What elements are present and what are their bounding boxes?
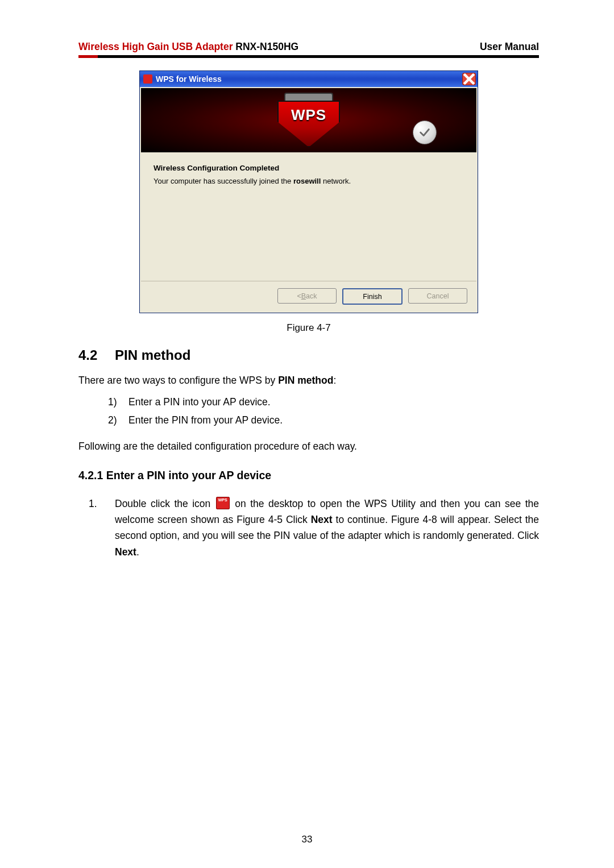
methods-list: 1)Enter a PIN into your AP device. 2)Ent…: [108, 393, 539, 429]
cancel-button: Cancel: [408, 288, 467, 304]
intro-pre: There are two ways to configure the WPS …: [78, 375, 278, 386]
dialog-banner: WPS: [141, 88, 476, 152]
step-t4: .: [136, 546, 139, 558]
step-text: Double click the icon on the desktop to …: [115, 496, 539, 560]
dialog-content: Wireless Configuration Completed Your co…: [140, 153, 478, 281]
list-item: 1)Enter a PIN into your AP device.: [108, 393, 539, 412]
header-underline: [78, 55, 539, 58]
app-icon: [143, 74, 152, 84]
intro-paragraph: There are two ways to configure the WPS …: [78, 373, 539, 388]
step-number: 1.: [78, 496, 115, 560]
finish-button[interactable]: Finish: [342, 288, 403, 305]
step-t1: Double click the icon: [115, 498, 215, 509]
msg-post: network.: [321, 177, 351, 185]
header-right: User Manual: [480, 41, 539, 53]
completion-heading: Wireless Configuration Completed: [154, 164, 464, 172]
list-text: Enter the PIN from your AP device.: [128, 412, 283, 430]
wps-dialog: WPS for Wireless WPS Wireless Configurat…: [139, 70, 478, 313]
msg-pre: Your computer has successfully joined th…: [154, 177, 293, 185]
list-text: Enter a PIN into your AP device.: [128, 393, 271, 412]
list-num: 2): [108, 412, 128, 430]
dialog-titlebar: WPS for Wireless: [140, 71, 478, 87]
page-number: 33: [0, 834, 614, 845]
shield-text: WPS: [291, 106, 326, 124]
list-item: 2)Enter the PIN from your AP device.: [108, 412, 539, 430]
product-model: RNX-N150HG: [233, 41, 298, 52]
close-icon: [463, 73, 475, 85]
header-product: Wireless High Gain USB Adapter RNX-N150H…: [78, 41, 298, 53]
intro-bold: PIN method: [278, 375, 333, 386]
checkmark-ball-icon: [413, 121, 437, 144]
step-next-1: Next: [311, 514, 333, 525]
figure-caption: Figure 4-7: [78, 322, 539, 334]
dialog-title: WPS for Wireless: [156, 74, 222, 84]
wps-desktop-icon: [216, 497, 230, 509]
wps-shield-icon: WPS: [277, 93, 340, 147]
list-num: 1): [108, 393, 128, 412]
section-4-2-heading: 4.2PIN method: [78, 347, 539, 363]
dialog-button-row: < Back Finish Cancel: [140, 281, 478, 313]
section-title: PIN method: [115, 347, 190, 363]
step-1: 1. Double click the icon on the desktop …: [78, 496, 539, 560]
network-name: rosewill: [293, 177, 321, 185]
step-next-2: Next: [115, 546, 136, 558]
following-paragraph: Following are the detailed configuration…: [78, 439, 539, 454]
close-button[interactable]: [462, 73, 476, 85]
section-4-2-1-heading: 4.2.1 Enter a PIN into your AP device: [78, 469, 539, 482]
section-number: 4.2: [78, 347, 115, 363]
intro-post: :: [333, 375, 336, 386]
back-button: < Back: [277, 288, 337, 304]
page-header: Wireless High Gain USB Adapter RNX-N150H…: [78, 41, 539, 55]
completion-message: Your computer has successfully joined th…: [154, 177, 464, 185]
product-name-red: Wireless High Gain USB Adapter: [78, 41, 233, 52]
